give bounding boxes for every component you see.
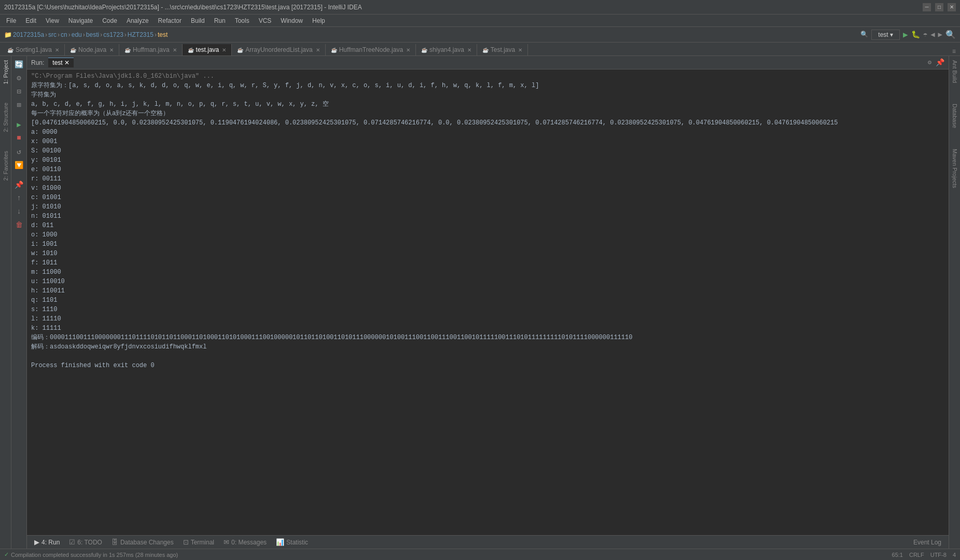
console-line-4: [0.04761904850060215, 0.0, 0.02380952425… (31, 118, 944, 128)
sync-icon[interactable]: 🔄 (13, 58, 25, 71)
pin-icon[interactable]: 📌 (13, 178, 25, 191)
menu-run[interactable]: Run (210, 16, 230, 25)
tab-test[interactable]: ☕ test.java ✕ (183, 44, 232, 55)
sidebar-item-structure[interactable]: 2: Structure (1, 99, 11, 136)
maximize-button[interactable]: □ (935, 3, 943, 11)
java-icon: ☕ (124, 47, 131, 53)
tab-close-shiyan4[interactable]: ✕ (467, 47, 471, 53)
back-button[interactable]: ◀ (930, 30, 935, 39)
clear-icon[interactable]: 🗑 (13, 219, 25, 231)
menu-navigate[interactable]: Navigate (64, 16, 97, 25)
run-button[interactable]: ▶ (903, 30, 908, 40)
breadcrumb-cs1723[interactable]: cs1723 (103, 31, 123, 38)
tool-event-log[interactable]: Event Log (909, 538, 945, 547)
menu-refactor[interactable]: Refactor (154, 16, 186, 25)
tab-shiyan4[interactable]: ☕ shiyan4.java ✕ (416, 44, 477, 55)
breadcrumb-test[interactable]: test (158, 31, 168, 38)
settings-icon[interactable]: ⚙ (13, 72, 25, 84)
console-line-18: w: 1010 (31, 249, 944, 258)
breadcrumb-sep1: › (45, 31, 47, 38)
console-line-13: j: 01010 (31, 202, 944, 212)
console-line-3: 每一个字符对应的概率为（从a到z还有一个空格） (31, 109, 944, 118)
tab-huffman[interactable]: ☕ Huffman.java ✕ (119, 44, 182, 55)
breadcrumb-project-name[interactable]: 20172315a (13, 31, 44, 38)
status-encoding[interactable]: UTF-8 (930, 552, 947, 558)
todo-btn-icon: ☑ (69, 538, 75, 546)
global-search-icon[interactable]: 🔍 (945, 30, 956, 40)
tool-terminal[interactable]: ⊡ Terminal (179, 537, 218, 547)
tab-overflow-button[interactable]: ≡ (948, 48, 960, 55)
run-btn-icon: ▶ (34, 538, 39, 546)
toolbar: 📁 20172315a › src › cn › edu › besti › c… (0, 27, 960, 43)
close-button[interactable]: ✕ (948, 3, 956, 11)
console-line-9: e: 00110 (31, 165, 944, 174)
rerun-icon[interactable]: ↺ (13, 145, 25, 158)
tab-close-sorting1[interactable]: ✕ (55, 47, 59, 53)
menu-file[interactable]: File (2, 16, 20, 25)
scroll-down-icon[interactable]: ↓ (13, 205, 25, 218)
breadcrumb-project[interactable]: 📁 (4, 31, 12, 38)
tool-run[interactable]: ▶ 4: Run (30, 537, 64, 547)
menu-analyze[interactable]: Analyze (122, 16, 153, 25)
window-title: 20172315a [C:\Users\huzhitao\IdeaProject… (4, 4, 362, 11)
tab-close-test[interactable]: ✕ (222, 47, 226, 53)
sidebar-ant-build[interactable]: Ant Build (950, 58, 960, 85)
tab-close-testclass[interactable]: ✕ (518, 47, 522, 53)
console-cmd: "C:\Program Files\Java\jdk1.8.0_162\bin\… (31, 72, 944, 81)
tool-statistic[interactable]: 📊 Statistic (272, 537, 312, 547)
coverage-button[interactable]: ☂ (923, 30, 927, 39)
status-crlf[interactable]: CRLF (909, 552, 924, 558)
run-icon[interactable]: ▶ (13, 118, 25, 131)
run-tab[interactable]: test ✕ (48, 58, 74, 67)
breadcrumb-src[interactable]: src (48, 31, 57, 38)
tab-close-arrayunorderedlist[interactable]: ✕ (316, 47, 320, 53)
sidebar-database[interactable]: Database (950, 102, 960, 130)
tab-arrayunorderedlist[interactable]: ☕ ArrayUnorderedList.java ✕ (232, 44, 325, 55)
tab-huffmantreenode[interactable]: ☕ HuffmanTreeNode.java ✕ (326, 44, 416, 55)
run-btn-label: 4: Run (41, 539, 60, 546)
sidebar-item-favorites[interactable]: 2: Favorites (1, 147, 11, 185)
tab-close-huffman[interactable]: ✕ (173, 47, 177, 53)
tab-node[interactable]: ☕ Node.java ✕ (65, 44, 119, 55)
filter-icon[interactable]: 🔽 (13, 159, 25, 171)
title-bar: 20172315a [C:\Users\huzhitao\IdeaProject… (0, 0, 960, 15)
stop-icon[interactable]: ■ (13, 132, 25, 144)
tool-messages[interactable]: ✉ 0: Messages (219, 537, 271, 547)
run-config-selector[interactable]: test ▾ (871, 30, 900, 40)
window-controls[interactable]: ─ □ ✕ (923, 3, 956, 11)
console-line-23: q: 1101 (31, 296, 944, 305)
menu-edit[interactable]: Edit (21, 16, 40, 25)
collapse-icon[interactable]: ⊟ (13, 85, 25, 97)
breadcrumb-cn[interactable]: cn (61, 31, 67, 38)
tab-close-node[interactable]: ✕ (109, 47, 114, 53)
tool-todo[interactable]: ☑ 6: TODO (65, 537, 106, 547)
menu-vcs[interactable]: VCS (255, 16, 276, 25)
toolbar-search-icon[interactable]: 🔍 (860, 31, 868, 38)
menu-tools[interactable]: Tools (231, 16, 254, 25)
breadcrumb-edu[interactable]: edu (72, 31, 82, 38)
tab-close-huffmantreenode[interactable]: ✕ (406, 47, 410, 53)
debug-button[interactable]: 🐛 (911, 30, 920, 39)
menu-window[interactable]: Window (276, 16, 307, 25)
expand-icon[interactable]: ⊞ (13, 99, 25, 111)
status-indent: 4 (953, 552, 956, 558)
menu-build[interactable]: Build (187, 16, 209, 25)
console-output[interactable]: "C:\Program Files\Java\jdk1.8.0_162\bin\… (27, 69, 949, 535)
tab-testclass[interactable]: ☕ Test.java ✕ (477, 44, 528, 55)
menu-view[interactable]: View (41, 16, 63, 25)
console-line-21: u: 110010 (31, 277, 944, 286)
run-pin-icon[interactable]: 📌 (936, 58, 944, 67)
scroll-up-icon[interactable]: ↑ (13, 192, 25, 204)
menu-code[interactable]: Code (98, 16, 121, 25)
console-line-2: a, b, c, d, e, f, g, h, i, j, k, l, m, n… (31, 100, 944, 109)
tab-sorting1[interactable]: ☕ Sorting1.java ✕ (2, 44, 65, 55)
breadcrumb-hzt2315[interactable]: HZT2315 (128, 31, 154, 38)
breadcrumb-besti[interactable]: besti (86, 31, 99, 38)
sidebar-maven-projects[interactable]: Maven Projects (950, 147, 960, 190)
run-settings-icon[interactable]: ⚙ (928, 59, 931, 66)
minimize-button[interactable]: ─ (923, 3, 931, 11)
menu-help[interactable]: Help (308, 16, 329, 25)
sidebar-item-project[interactable]: 1: Project (1, 56, 11, 88)
forward-button[interactable]: ▶ (938, 30, 942, 39)
tool-db-changes[interactable]: 🗄 Database Changes (107, 537, 178, 547)
